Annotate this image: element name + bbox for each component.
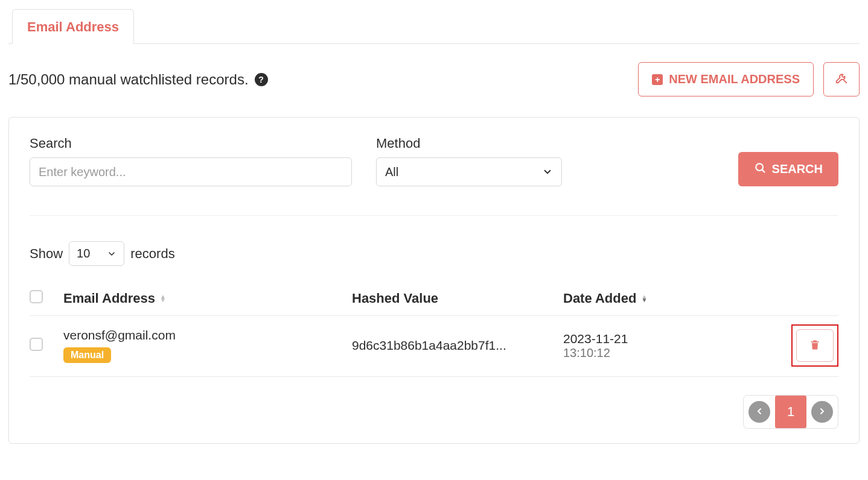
row-date: 2023-11-21 [563, 332, 692, 346]
search-button-label: SEARCH [772, 162, 823, 176]
tab-bar: Email Address [8, 8, 860, 44]
row-email: veronsf@gmail.com [63, 328, 176, 343]
page-number-current[interactable]: 1 [775, 396, 806, 428]
search-input[interactable] [30, 157, 352, 186]
tools-icon [835, 71, 848, 87]
tab-email-address[interactable]: Email Address [12, 9, 134, 44]
search-label: Search [30, 136, 352, 151]
method-label: Method [376, 136, 562, 151]
method-select-value: All [385, 165, 398, 179]
chevron-down-icon [542, 166, 553, 177]
prev-page-button[interactable] [748, 401, 770, 423]
records-summary-text: 1/50,000 manual watchlisted records. [8, 71, 249, 88]
search-icon [754, 162, 766, 177]
next-page-button[interactable] [811, 401, 833, 423]
search-button[interactable]: SEARCH [738, 152, 838, 186]
help-icon[interactable]: ? [255, 73, 268, 86]
tools-button[interactable] [823, 62, 860, 96]
records-table: Email Address ▲▼ Hashed Value Date Added… [30, 282, 838, 377]
col-email-header[interactable]: Email Address [63, 291, 155, 306]
plus-icon: + [652, 74, 663, 85]
col-hashed-header: Hashed Value [352, 291, 438, 306]
table-row: veronsf@gmail.com Manual 9d6c31b86b1a4aa… [30, 316, 838, 377]
row-select-checkbox[interactable] [30, 338, 43, 351]
pagination: 1 [743, 395, 838, 429]
delete-highlight [791, 324, 838, 367]
col-date-header[interactable]: Date Added [563, 291, 636, 306]
page-size-select[interactable]: 10 [69, 241, 124, 266]
row-hash: 9d6c31b86b1a4aa2bb7f1... [352, 338, 563, 353]
method-select[interactable]: All [376, 157, 562, 186]
show-prefix: Show [30, 246, 63, 262]
sort-icon: ▲▼ [160, 295, 166, 302]
delete-button[interactable] [796, 329, 834, 362]
show-suffix: records [130, 246, 174, 262]
chevron-right-icon [817, 406, 827, 418]
page-size-value: 10 [77, 247, 90, 261]
main-panel: Search Method All [8, 117, 860, 444]
new-email-address-button[interactable]: + NEW EMAIL ADDRESS [638, 62, 814, 96]
records-summary: 1/50,000 manual watchlisted records. ? [8, 71, 268, 88]
method-badge: Manual [63, 347, 111, 363]
svg-line-1 [762, 170, 764, 172]
row-time: 13:10:12 [563, 346, 692, 360]
sort-icon: ▲▼ [641, 295, 647, 302]
chevron-down-icon [107, 249, 116, 259]
trash-icon [809, 338, 821, 353]
new-email-address-label: NEW EMAIL ADDRESS [669, 72, 800, 86]
select-all-checkbox[interactable] [30, 290, 43, 303]
chevron-left-icon [755, 406, 764, 418]
